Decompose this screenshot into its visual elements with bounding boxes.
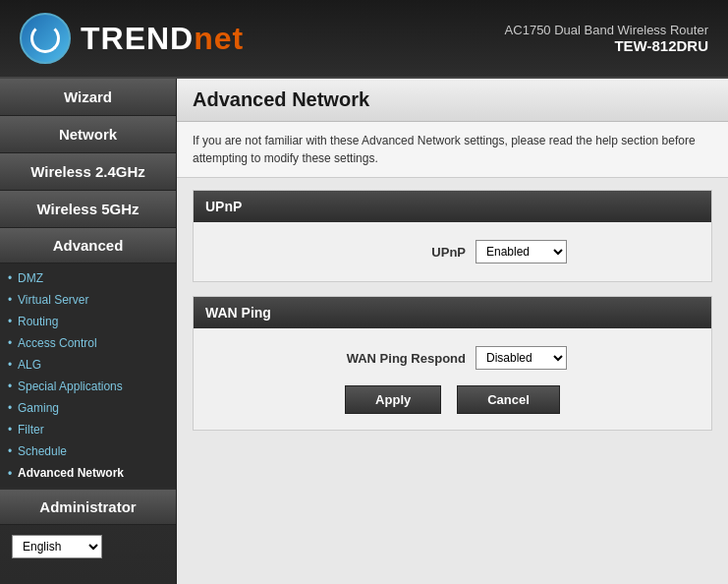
wan-ping-section-card: WAN Ping WAN Ping Respond Disabled Enabl… <box>193 296 712 431</box>
wan-ping-label: WAN Ping Respond <box>338 351 466 366</box>
page-title: Advanced Network <box>177 79 728 122</box>
sidebar-item-wireless5[interactable]: Wireless 5GHz <box>0 191 176 228</box>
language-select[interactable]: English French German Spanish <box>12 535 102 558</box>
brand-name: TRENDnet <box>81 21 244 57</box>
model-number: TEW-812DRU <box>505 37 708 54</box>
wan-ping-section-body: WAN Ping Respond Disabled Enabled Apply … <box>194 328 711 430</box>
upnp-form-row: UPnP Enabled Disabled <box>205 234 700 269</box>
router-info: AC1750 Dual Band Wireless Router TEW-812… <box>505 23 708 54</box>
sidebar-item-network[interactable]: Network <box>0 116 176 153</box>
sidebar-item-filter[interactable]: Filter <box>0 419 176 440</box>
product-line: AC1750 Dual Band Wireless Router <box>505 23 708 37</box>
sidebar-advanced-header[interactable]: Advanced <box>0 228 176 263</box>
content-area: Advanced Network If you are not familiar… <box>177 79 728 584</box>
administrator-header: Administrator <box>0 490 176 525</box>
main-layout: Wizard Network Wireless 2.4GHz Wireless … <box>0 79 728 584</box>
upnp-section-card: UPnP UPnP Enabled Disabled <box>193 190 712 282</box>
sidebar: Wizard Network Wireless 2.4GHz Wireless … <box>0 79 177 584</box>
wan-ping-form-row: WAN Ping Respond Disabled Enabled <box>205 340 700 376</box>
sidebar-item-routing[interactable]: Routing <box>0 311 176 332</box>
upnp-section-header: UPnP <box>194 191 711 222</box>
logo-area: TRENDnet <box>20 13 244 64</box>
page-description: If you are not familiar with these Advan… <box>177 122 728 178</box>
sidebar-item-wizard[interactable]: Wizard <box>0 79 176 116</box>
trendnet-logo-icon <box>20 13 71 64</box>
wan-ping-section-header: WAN Ping <box>194 297 711 328</box>
wan-ping-select[interactable]: Disabled Enabled <box>476 346 567 370</box>
button-row: Apply Cancel <box>205 376 700 418</box>
upnp-select[interactable]: Enabled Disabled <box>476 240 567 263</box>
upnp-label: UPnP <box>338 245 466 260</box>
sidebar-advanced-submenu: DMZ Virtual Server Routing Access Contro… <box>0 263 176 488</box>
content-body: UPnP UPnP Enabled Disabled WAN Ping <box>177 178 728 456</box>
upnp-section-body: UPnP Enabled Disabled <box>194 222 711 281</box>
sidebar-item-wireless24[interactable]: Wireless 2.4GHz <box>0 153 176 191</box>
sidebar-item-gaming[interactable]: Gaming <box>0 397 176 419</box>
sidebar-item-virtual-server[interactable]: Virtual Server <box>0 289 176 311</box>
sidebar-item-dmz[interactable]: DMZ <box>0 267 176 289</box>
sidebar-item-access-control[interactable]: Access Control <box>0 332 176 354</box>
administrator-section: Administrator English French German Span… <box>0 490 176 568</box>
language-select-wrap: English French German Spanish <box>0 525 176 568</box>
cancel-button[interactable]: Cancel <box>457 385 560 414</box>
sidebar-item-advanced-network[interactable]: Advanced Network <box>0 462 176 484</box>
sidebar-item-special-applications[interactable]: Special Applications <box>0 376 176 397</box>
brand-net: net <box>194 21 244 56</box>
apply-button[interactable]: Apply <box>345 385 441 414</box>
sidebar-item-alg[interactable]: ALG <box>0 354 176 376</box>
brand-trend: TREND <box>81 21 194 56</box>
sidebar-item-schedule[interactable]: Schedule <box>0 440 176 462</box>
header: TRENDnet AC1750 Dual Band Wireless Route… <box>0 0 728 79</box>
